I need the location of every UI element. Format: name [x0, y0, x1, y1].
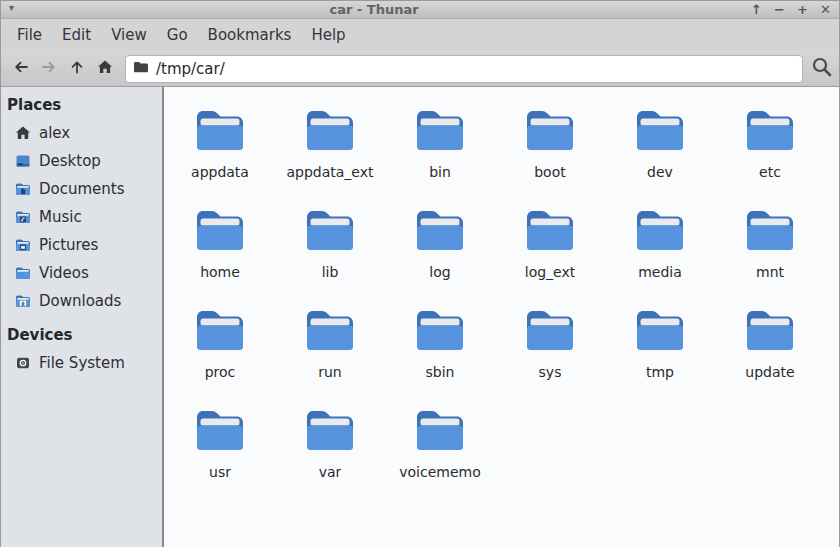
folder-label: lib [322, 264, 339, 280]
toolbar: /tmp/car/ [1, 51, 839, 87]
minimize-button[interactable]: − [772, 2, 787, 18]
folder-sbin[interactable]: sbin [385, 304, 495, 404]
sidebar-item-file-system[interactable]: File System [1, 349, 162, 377]
maximize-button[interactable]: + [795, 2, 810, 18]
folder-icon [743, 106, 797, 152]
menu-item-view[interactable]: View [101, 19, 157, 51]
folder-icon [413, 306, 467, 352]
folder-voicememo[interactable]: voicememo [385, 404, 495, 504]
folder-lib[interactable]: lib [275, 204, 385, 304]
folder-icon [303, 106, 357, 152]
sidebar-item-label: Downloads [39, 292, 121, 310]
titlebar[interactable]: ▾ car - Thunar ↑−+✕ [1, 1, 839, 19]
music-folder-icon [15, 209, 31, 225]
folder-icon [523, 306, 577, 352]
sidebar-item-label: Videos [39, 264, 89, 282]
sidebar-item-label: Documents [39, 180, 125, 198]
file-grid: appdataappdata_extbinbootdevetchomeliblo… [165, 104, 837, 504]
thunar-window: ▾ car - Thunar ↑−+✕ FileEditViewGoBookma… [0, 0, 840, 547]
folder-label: bin [429, 164, 451, 180]
folder-label: appdata_ext [286, 164, 373, 180]
window-title: car - Thunar [1, 1, 747, 19]
home-button[interactable] [91, 55, 119, 83]
sidebar-header-devices: Devices [1, 321, 162, 349]
folder-appdata[interactable]: appdata [165, 104, 275, 204]
folder-icon [633, 306, 687, 352]
path-text[interactable]: /tmp/car/ [156, 60, 225, 78]
folder-run[interactable]: run [275, 304, 385, 404]
folder-label: run [318, 364, 342, 380]
folder-icon [633, 106, 687, 152]
menu-item-help[interactable]: Help [301, 19, 355, 51]
content-area: PlacesalexDesktopDocumentsMusicPicturesV… [1, 87, 839, 547]
folder-icon [413, 206, 467, 252]
folder-media[interactable]: media [605, 204, 715, 304]
folder-bin[interactable]: bin [385, 104, 495, 204]
menu-item-file[interactable]: File [7, 19, 52, 51]
sidebar-item-label: Music [39, 208, 82, 226]
folder-etc[interactable]: etc [715, 104, 825, 204]
back-button[interactable] [7, 55, 35, 83]
arrow-right-icon [40, 58, 58, 80]
up-button[interactable] [63, 55, 91, 83]
close-button[interactable]: ✕ [818, 2, 833, 18]
documents-folder-icon [15, 181, 31, 197]
folder-log_ext[interactable]: log_ext [495, 204, 605, 304]
folder-label: tmp [646, 364, 674, 380]
folder-icon [193, 106, 247, 152]
menu-item-edit[interactable]: Edit [52, 19, 101, 51]
forward-button [35, 55, 63, 83]
sidebar-item-desktop[interactable]: Desktop [1, 147, 162, 175]
sidebar-item-label: alex [39, 124, 70, 142]
folder-update[interactable]: update [715, 304, 825, 404]
folder-sys[interactable]: sys [495, 304, 605, 404]
sidebar-item-music[interactable]: Music [1, 203, 162, 231]
folder-label: etc [759, 164, 781, 180]
folder-label: appdata [191, 164, 249, 180]
folder-label: sys [539, 364, 562, 380]
folder-label: proc [205, 364, 236, 380]
rollup-button[interactable]: ↑ [749, 2, 764, 18]
sidebar-item-documents[interactable]: Documents [1, 175, 162, 203]
menu-item-bookmarks[interactable]: Bookmarks [198, 19, 302, 51]
folder-mnt[interactable]: mnt [715, 204, 825, 304]
downloads-folder-icon [15, 293, 31, 309]
folder-proc[interactable]: proc [165, 304, 275, 404]
folder-icon [303, 206, 357, 252]
sidebar-item-alex[interactable]: alex [1, 119, 162, 147]
folder-icon [413, 406, 467, 452]
folder-icon [523, 106, 577, 152]
folder-dev[interactable]: dev [605, 104, 715, 204]
folder-icon [413, 106, 467, 152]
sidebar: PlacesalexDesktopDocumentsMusicPicturesV… [1, 87, 164, 547]
folder-icon [743, 206, 797, 252]
folder-icon [303, 406, 357, 452]
folder-label: voicememo [399, 464, 481, 480]
sidebar-item-downloads[interactable]: Downloads [1, 287, 162, 315]
menu-item-go[interactable]: Go [157, 19, 198, 51]
sidebar-item-label: File System [39, 354, 125, 372]
sidebar-item-label: Desktop [39, 152, 101, 170]
folder-label: var [319, 464, 342, 480]
sidebar-item-videos[interactable]: Videos [1, 259, 162, 287]
folder-var[interactable]: var [275, 404, 385, 504]
sidebar-item-pictures[interactable]: Pictures [1, 231, 162, 259]
folder-appdata_ext[interactable]: appdata_ext [275, 104, 385, 204]
folder-label: dev [647, 164, 673, 180]
arrow-left-icon [12, 58, 30, 80]
folder-home[interactable]: home [165, 204, 275, 304]
pictures-folder-icon [15, 237, 31, 253]
folder-usr[interactable]: usr [165, 404, 275, 504]
folder-solid-icon [132, 58, 150, 80]
folder-label: log_ext [525, 264, 575, 280]
folder-icon [523, 206, 577, 252]
folder-icon [193, 206, 247, 252]
folder-tmp[interactable]: tmp [605, 304, 715, 404]
folder-boot[interactable]: boot [495, 104, 605, 204]
folder-icon [743, 306, 797, 352]
folder-log[interactable]: log [385, 204, 495, 304]
file-view[interactable]: appdataappdata_extbinbootdevetchomeliblo… [164, 87, 839, 547]
path-bar[interactable]: /tmp/car/ [125, 55, 803, 83]
folder-label: media [638, 264, 682, 280]
search-button[interactable] [807, 54, 837, 84]
